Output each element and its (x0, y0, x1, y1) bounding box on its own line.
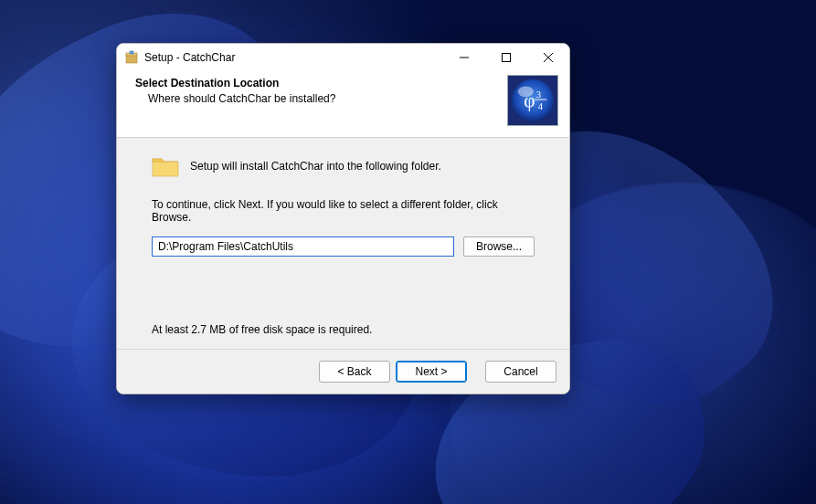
cancel-button[interactable]: Cancel (485, 361, 556, 383)
svg-rect-0 (126, 55, 137, 63)
back-button[interactable]: < Back (319, 361, 390, 383)
intro-text: Setup will install CatchChar into the fo… (190, 160, 441, 173)
disk-space-text: At least 2.7 MB of free disk space is re… (152, 323, 372, 336)
minimize-button[interactable] (443, 44, 485, 71)
svg-text:φ: φ (524, 89, 535, 111)
titlebar[interactable]: Setup - CatchChar (117, 44, 569, 71)
wizard-body: Setup will install CatchChar into the fo… (117, 138, 569, 349)
svg-rect-4 (503, 54, 511, 62)
folder-icon (152, 154, 179, 178)
next-button[interactable]: Next > (396, 361, 467, 383)
svg-rect-2 (130, 51, 133, 54)
svg-text:3: 3 (536, 89, 541, 100)
maximize-button[interactable] (485, 44, 527, 71)
destination-path-input[interactable] (152, 236, 454, 257)
setup-window: Setup - CatchChar Select Destination Loc… (116, 43, 570, 394)
browse-button[interactable]: Browse... (463, 236, 535, 257)
page-subtitle: Where should CatchChar be installed? (148, 92, 498, 105)
wizard-footer: < Back Next > Cancel (117, 349, 569, 394)
window-controls (443, 44, 569, 71)
instruction-text: To continue, click Next. If you would li… (152, 198, 535, 224)
svg-text:4: 4 (538, 101, 544, 111)
product-logo: φ 3 4 (507, 75, 558, 126)
close-button[interactable] (527, 44, 569, 71)
installer-icon (124, 50, 139, 65)
wizard-header: Select Destination Location Where should… (117, 71, 569, 138)
page-title: Select Destination Location (135, 77, 498, 89)
window-title: Setup - CatchChar (144, 51, 443, 64)
